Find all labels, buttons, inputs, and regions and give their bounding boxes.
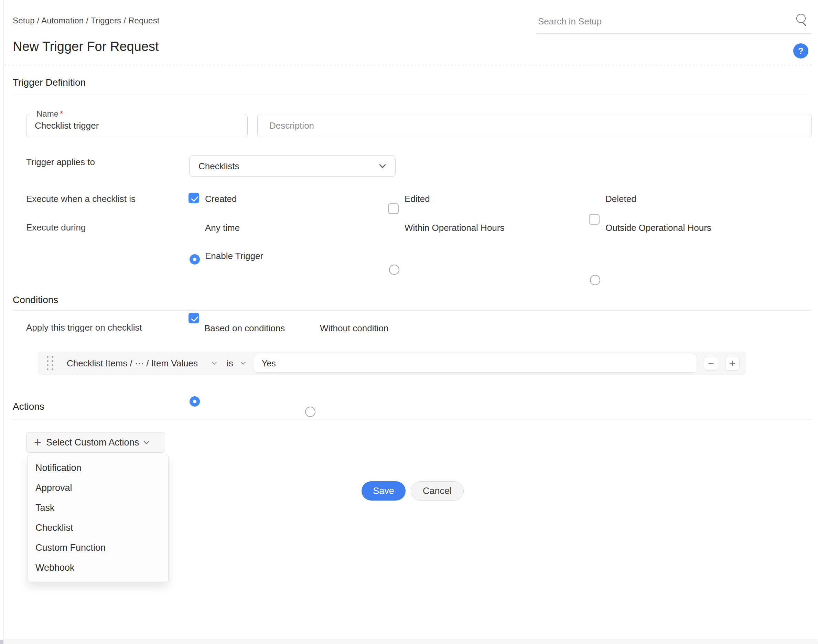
search-input[interactable] xyxy=(538,14,779,28)
question-mark-icon: ? xyxy=(798,46,804,57)
condition-value-input[interactable] xyxy=(262,354,689,372)
name-input[interactable] xyxy=(35,114,239,137)
radio-based-on-conditions[interactable] xyxy=(190,396,200,406)
section-divider xyxy=(13,94,811,94)
radio-based-on-conditions-label[interactable]: Based on conditions xyxy=(204,323,285,334)
radio-within-operational-hours-label[interactable]: Within Operational Hours xyxy=(404,222,504,233)
chevron-down-icon xyxy=(379,161,386,168)
cancel-button[interactable]: Cancel xyxy=(411,481,464,501)
remove-condition-button[interactable]: − xyxy=(704,356,718,371)
condition-rule-row: Checklist Items / ··· / Item Values is −… xyxy=(38,351,746,375)
menu-item-webhook[interactable]: Webhook xyxy=(28,558,168,578)
plus-icon: + xyxy=(34,436,41,449)
checkbox-created-label[interactable]: Created xyxy=(205,194,237,204)
header-divider xyxy=(4,65,812,65)
applies-to-label: Trigger applies to xyxy=(26,157,95,167)
content-left-border xyxy=(3,0,4,639)
radio-any-time[interactable] xyxy=(190,254,200,265)
condition-value-field[interactable] xyxy=(254,354,697,373)
breadcrumb[interactable]: Setup / Automation / Triggers / Request xyxy=(13,16,159,26)
bottom-band xyxy=(0,639,818,644)
name-field[interactable]: Name* xyxy=(26,114,248,137)
description-input[interactable] xyxy=(270,114,807,137)
setup-search[interactable] xyxy=(536,10,811,34)
radio-within-operational-hours[interactable] xyxy=(389,265,399,275)
applies-to-select[interactable]: Checklists xyxy=(189,155,395,177)
checkbox-enable-trigger[interactable] xyxy=(188,313,199,324)
radio-without-condition[interactable] xyxy=(305,406,316,417)
section-title-actions: Actions xyxy=(13,401,44,412)
radio-any-time-label[interactable]: Any time xyxy=(205,222,240,233)
chevron-down-icon[interactable] xyxy=(212,360,217,365)
drag-handle-icon[interactable] xyxy=(47,356,54,371)
execute-during-label: Execute during xyxy=(26,222,86,233)
menu-item-approval[interactable]: Approval xyxy=(28,478,168,498)
save-button[interactable]: Save xyxy=(362,481,406,501)
help-button[interactable]: ? xyxy=(793,43,808,58)
checkbox-edited-label[interactable]: Edited xyxy=(404,194,430,204)
custom-actions-menu: Notification Approval Task Checklist Cus… xyxy=(28,455,169,582)
section-divider xyxy=(13,419,811,420)
select-custom-actions-label: Select Custom Actions xyxy=(46,437,139,448)
section-title-conditions: Conditions xyxy=(13,294,58,305)
menu-item-checklist[interactable]: Checklist xyxy=(28,518,168,538)
checkbox-enable-trigger-label[interactable]: Enable Trigger xyxy=(205,251,263,261)
radio-outside-operational-hours[interactable] xyxy=(590,275,600,285)
section-title-trigger-definition: Trigger Definition xyxy=(13,77,86,88)
chevron-down-icon xyxy=(144,439,149,444)
checkbox-edited[interactable] xyxy=(388,203,399,214)
checkbox-created[interactable] xyxy=(188,193,199,203)
description-field[interactable] xyxy=(257,114,812,137)
select-custom-actions-button[interactable]: + Select Custom Actions xyxy=(26,432,165,453)
condition-operator[interactable]: is xyxy=(227,358,233,369)
checkbox-deleted[interactable] xyxy=(589,214,600,225)
menu-item-notification[interactable]: Notification xyxy=(28,458,168,478)
execute-when-label: Execute when a checklist is xyxy=(26,194,136,204)
section-divider xyxy=(13,310,811,311)
corner-widget-fragment xyxy=(0,640,3,644)
page-title: New Trigger For Request xyxy=(13,39,159,54)
condition-field-path[interactable]: Checklist Items / ··· / Item Values xyxy=(67,358,198,369)
radio-without-condition-label[interactable]: Without condition xyxy=(320,323,388,334)
applies-to-value: Checklists xyxy=(199,161,239,172)
menu-item-task[interactable]: Task xyxy=(28,498,168,518)
apply-trigger-label: Apply this trigger on checklist xyxy=(26,322,142,333)
chevron-down-icon[interactable] xyxy=(241,360,246,365)
add-condition-button[interactable]: + xyxy=(725,356,740,371)
menu-item-custom-function[interactable]: Custom Function xyxy=(28,538,168,558)
search-icon[interactable] xyxy=(797,14,806,23)
radio-outside-operational-hours-label[interactable]: Outside Operational Hours xyxy=(605,222,711,233)
checkbox-deleted-label[interactable]: Deleted xyxy=(605,194,636,204)
